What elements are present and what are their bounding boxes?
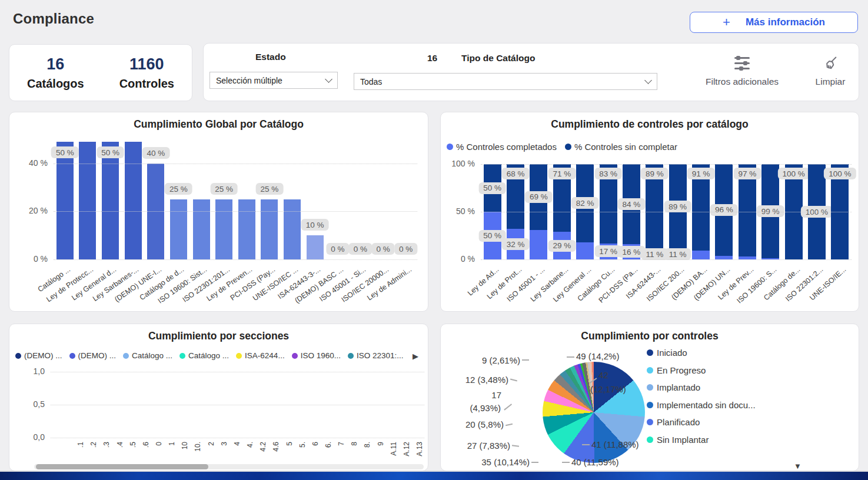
x-tick-label: .3 xyxy=(102,442,111,448)
more-info-button[interactable]: + Más información xyxy=(690,12,858,33)
bar-completados-4[interactable] xyxy=(576,242,594,259)
chart3-gridline xyxy=(51,438,424,438)
kpi-catalogos: 16 Catálogos xyxy=(27,55,84,91)
bar-completados-9[interactable] xyxy=(692,251,710,259)
bar-11[interactable] xyxy=(307,235,324,259)
legend-item-1[interactable]: (DEMO) ... xyxy=(69,351,117,360)
legend-item-5[interactable]: Sin Implantar xyxy=(647,435,709,445)
chart2-y-tick: 50 % xyxy=(447,206,475,216)
bar-8[interactable] xyxy=(238,199,255,259)
tipo-dropdown[interactable]: Todas xyxy=(354,73,657,90)
chart2-legend: % Controles completados% Controles sin c… xyxy=(447,142,677,152)
kpi-catalogos-value: 16 xyxy=(27,55,84,74)
pie-callout-label: 9 (2,61%) xyxy=(455,355,520,365)
chevron-down-icon xyxy=(644,76,652,84)
bar-10[interactable] xyxy=(284,199,301,259)
legend-dot xyxy=(565,144,571,150)
legend-label: ISO 22301:... xyxy=(357,351,404,360)
legend-item-4[interactable]: ISA-6244... xyxy=(236,351,285,360)
legend-dot xyxy=(15,353,21,359)
legend-item-2[interactable]: Implantado xyxy=(647,382,700,392)
legend-label: (DEMO) ... xyxy=(24,351,62,360)
filter-panel: Estado Selección múltiple 16 Tipo de Cat… xyxy=(203,43,859,101)
x-tick-label: 6 xyxy=(311,442,320,446)
bar-5[interactable] xyxy=(170,199,187,259)
broom-icon xyxy=(822,64,839,74)
tipo-dropdown-value: Todas xyxy=(360,77,382,86)
pie-leader-line xyxy=(522,359,529,361)
pie-leader-line xyxy=(505,424,513,426)
chart-controles-por-catalogo: Cumplimiento de controles por catálogo %… xyxy=(440,112,859,312)
pie-leader-line xyxy=(512,445,519,446)
x-tick-label: A.12 xyxy=(403,442,411,456)
bar-6[interactable] xyxy=(193,199,210,259)
bar-2[interactable] xyxy=(102,142,119,259)
legend-item-0[interactable]: % Controles completados xyxy=(447,142,557,152)
chart2-title: Cumplimiento de controles por catálogo xyxy=(441,118,859,131)
bar-7[interactable] xyxy=(215,199,232,259)
limpiar-button[interactable]: Limpiar xyxy=(807,55,854,87)
bar-9[interactable] xyxy=(261,199,278,259)
data-label: 0 % xyxy=(326,243,349,255)
legend-item-3[interactable]: Catálogo ... xyxy=(179,351,229,360)
bar-3[interactable] xyxy=(125,142,142,259)
legend-item-0[interactable]: Iniciado xyxy=(647,348,687,358)
data-label: 0 % xyxy=(349,243,372,255)
data-label-dark: 69 % xyxy=(525,191,553,203)
legend-item-0[interactable]: (DEMO) ... xyxy=(15,351,62,360)
chart2-gridline xyxy=(481,259,852,260)
limpiar-label: Limpiar xyxy=(807,76,854,87)
legend-item-5[interactable]: ISO 1960... xyxy=(292,351,341,360)
pie-callout-label: 42 xyxy=(598,370,608,380)
pie-callout-label: 40 (11,59%) xyxy=(571,457,619,467)
legend-item-1[interactable]: % Controles sin completar xyxy=(565,142,677,152)
legend-dot xyxy=(123,353,129,359)
bar-completados-2[interactable] xyxy=(530,230,547,259)
chart3-title: Cumplimiento por secciones xyxy=(9,330,428,342)
bar-1[interactable] xyxy=(79,142,96,259)
pie-callout-label: 20 (5,8%) xyxy=(451,419,504,429)
estado-dropdown[interactable]: Selección múltiple xyxy=(209,72,338,89)
tipo-label: Tipo de Catálogo xyxy=(461,53,535,64)
chevron-down-icon xyxy=(325,75,332,83)
legend-dot xyxy=(348,353,354,359)
legend-item-6[interactable]: ISO 22301:... xyxy=(348,351,404,360)
legend-label: % Controles completados xyxy=(456,142,557,152)
legend-next-icon[interactable]: ▶ xyxy=(413,352,418,361)
chart2-y-tick: 100 % xyxy=(447,159,475,168)
filtros-adicionales-button[interactable]: Filtros adicionales xyxy=(698,55,786,87)
data-label: 25 % xyxy=(165,183,192,195)
legend-item-4[interactable]: Planificado xyxy=(647,417,700,427)
legend-item-2[interactable]: Catálogo ... xyxy=(123,351,172,360)
legend-dot xyxy=(647,349,653,356)
chart3-y-tick: 1,0 xyxy=(16,366,45,376)
chart1-gridline xyxy=(54,164,417,164)
legend-dot xyxy=(647,367,653,374)
chart2-y-tick: 0 % xyxy=(447,254,475,264)
legend-scroll-down-icon[interactable]: ▼ xyxy=(794,462,802,471)
data-label: 0 % xyxy=(394,243,417,255)
chart1-title: Cumplimiento Global por Catálogo xyxy=(9,118,428,131)
legend-item-3[interactable]: Implementado sin docu... xyxy=(647,400,756,410)
chart1-y-tick: 20 % xyxy=(19,206,48,215)
legend-label: Planificado xyxy=(657,417,700,427)
x-tick-label: 4 xyxy=(233,442,241,446)
data-label-dark: 89 % xyxy=(664,201,691,212)
chart3-gridline xyxy=(51,405,424,405)
pie-callout-label: (12,17%) xyxy=(590,384,626,394)
windows-taskbar[interactable] xyxy=(0,472,868,480)
horizontal-scrollbar-thumb[interactable] xyxy=(36,464,208,469)
sliders-icon xyxy=(733,55,751,72)
data-label-dark: 84 % xyxy=(618,198,646,210)
horizontal-scrollbar[interactable] xyxy=(34,464,424,469)
x-tick-label: 1 xyxy=(168,442,176,446)
legend-dot xyxy=(69,353,75,359)
bar-0[interactable] xyxy=(56,142,74,259)
legend-item-1[interactable]: En Progreso xyxy=(647,365,706,375)
chart1-x-axis: Catálogo ...Ley de Protecc...Ley General… xyxy=(54,259,417,310)
chart1-gridline xyxy=(54,211,417,212)
x-tick-label: 9 xyxy=(377,442,385,446)
x-tick-label: 2 xyxy=(207,442,215,446)
chart3-legend: (DEMO) ...(DEMO) ...Catálogo ...Catálogo… xyxy=(15,351,404,360)
pie-leader-line xyxy=(582,444,590,445)
